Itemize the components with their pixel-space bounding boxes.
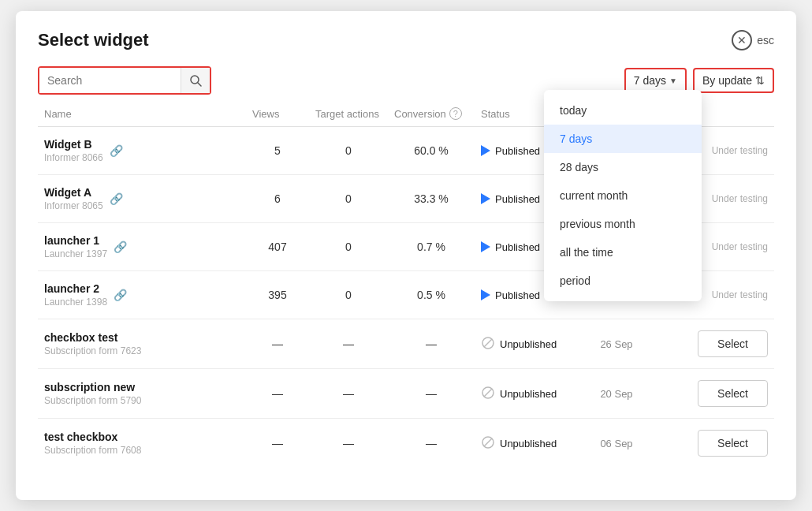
by-update-label: By update (702, 74, 752, 87)
dropdown-item[interactable]: current month (544, 181, 702, 210)
testing-badge: Under testing (712, 145, 768, 156)
action-cell: Select (648, 330, 774, 357)
widget-sub: Subscription form 7608 (44, 445, 141, 456)
unpublished-icon (481, 336, 495, 352)
widget-name: Widget A (44, 186, 103, 199)
status-cell: Unpublished (475, 336, 585, 352)
days-dropdown-menu: today7 days28 dayscurrent monthprevious … (544, 90, 702, 301)
widget-name: test checkbox (44, 431, 141, 443)
by-update-button[interactable]: By update ⇅ (693, 68, 774, 93)
views-cell: 5 (246, 144, 309, 157)
targets-cell: 0 (309, 241, 388, 253)
dropdown-item[interactable]: 7 days (544, 125, 702, 153)
date-cell: 06 Sep (585, 438, 648, 449)
views-cell: — (246, 437, 309, 449)
widget-sub: Launcher 1397 (44, 248, 107, 259)
dropdown-item[interactable]: all the time (544, 238, 702, 267)
svg-line-5 (484, 389, 492, 397)
chevron-down-icon: ▼ (669, 76, 677, 85)
testing-badge: Under testing (712, 193, 768, 204)
widget-name: Widget B (44, 138, 103, 151)
name-cell: Widget AInformer 8065🔗 (38, 186, 246, 211)
targets-cell: — (309, 437, 388, 449)
col-conversion: Conversion ? (388, 107, 475, 120)
status-label: Unpublished (500, 338, 557, 350)
table-row: checkbox testSubscription form 7623———Un… (38, 319, 774, 369)
close-icon: ✕ (732, 30, 752, 50)
widget-name: checkbox test (44, 331, 141, 344)
dropdown-item[interactable]: previous month (544, 210, 702, 238)
targets-cell: — (309, 338, 388, 350)
name-cell: subscription newSubscription form 5790 (38, 381, 246, 406)
sort-icon: ⇅ (755, 74, 765, 87)
dropdown-item[interactable]: today (544, 96, 702, 125)
dropdown-item[interactable]: 28 days (544, 153, 702, 181)
conversion-help-icon[interactable]: ? (449, 107, 462, 120)
close-label: esc (757, 34, 774, 47)
status-label: Unpublished (500, 388, 557, 400)
date-cell: 26 Sep (585, 338, 648, 350)
status-label: Published (495, 241, 540, 253)
search-icon (189, 74, 202, 87)
days-label: 7 days (634, 74, 666, 87)
modal-title: Select widget (38, 30, 149, 50)
views-cell: — (246, 387, 309, 400)
testing-badge: Under testing (712, 241, 768, 252)
action-cell: Select (648, 380, 774, 407)
status-label: Published (495, 193, 540, 205)
col-name: Name (38, 107, 246, 120)
conversion-cell: 33.3 % (388, 192, 475, 205)
conversion-cell: 0.5 % (388, 289, 475, 301)
name-cell: Widget BInformer 8066🔗 (38, 138, 246, 163)
targets-cell: 0 (309, 289, 388, 301)
table-row: test checkboxSubscription form 7608———Un… (38, 419, 774, 468)
svg-line-7 (484, 438, 492, 446)
search-button[interactable] (181, 68, 210, 93)
status-label: Unpublished (500, 438, 557, 449)
published-icon (481, 193, 490, 204)
status-label: Published (495, 289, 540, 301)
modal-header: Select widget ✕ esc (38, 30, 774, 50)
select-button[interactable]: Select (698, 330, 768, 357)
widget-sub: Subscription form 7623 (44, 345, 141, 356)
date-cell: 20 Sep (585, 388, 648, 400)
widget-sub: Informer 8066 (44, 152, 103, 163)
name-cell: checkbox testSubscription form 7623 (38, 331, 246, 356)
widget-sub: Informer 8065 (44, 200, 103, 211)
published-icon (481, 145, 490, 156)
widget-name: subscription new (44, 381, 141, 394)
conversion-cell: 0.7 % (388, 241, 475, 253)
name-cell: launcher 1Launcher 1397🔗 (38, 234, 246, 259)
widget-name: launcher 2 (44, 282, 107, 295)
search-box (38, 66, 211, 95)
published-icon (481, 241, 490, 252)
status-cell: Unpublished (475, 435, 585, 452)
select-button[interactable]: Select (698, 430, 768, 457)
published-icon (481, 289, 490, 300)
targets-cell: — (309, 387, 388, 400)
views-cell: 407 (246, 241, 309, 253)
svg-line-1 (198, 83, 201, 86)
select-widget-modal: Select widget ✕ esc 7 days ▼ By update ⇅ (16, 11, 796, 500)
link-icon[interactable]: 🔗 (110, 144, 123, 157)
link-icon[interactable]: 🔗 (114, 241, 127, 253)
name-cell: launcher 2Launcher 1398🔗 (38, 282, 246, 308)
search-input[interactable] (39, 68, 181, 93)
conversion-cell: — (388, 437, 475, 449)
close-button[interactable]: ✕ esc (732, 30, 774, 50)
targets-cell: 0 (309, 192, 388, 205)
dropdown-item[interactable]: period (544, 267, 702, 295)
conversion-cell: 60.0 % (388, 144, 475, 157)
table-row: subscription newSubscription form 5790——… (38, 369, 774, 419)
link-icon[interactable]: 🔗 (114, 289, 127, 301)
select-button[interactable]: Select (698, 380, 768, 407)
col-views: Views (246, 107, 309, 120)
unpublished-icon (481, 386, 495, 402)
link-icon[interactable]: 🔗 (110, 192, 123, 205)
widget-sub: Launcher 1398 (44, 297, 107, 308)
conversion-cell: — (388, 387, 475, 400)
views-cell: — (246, 338, 309, 350)
testing-badge: Under testing (712, 289, 768, 300)
action-cell: Select (648, 430, 774, 457)
status-label: Published (495, 145, 540, 157)
